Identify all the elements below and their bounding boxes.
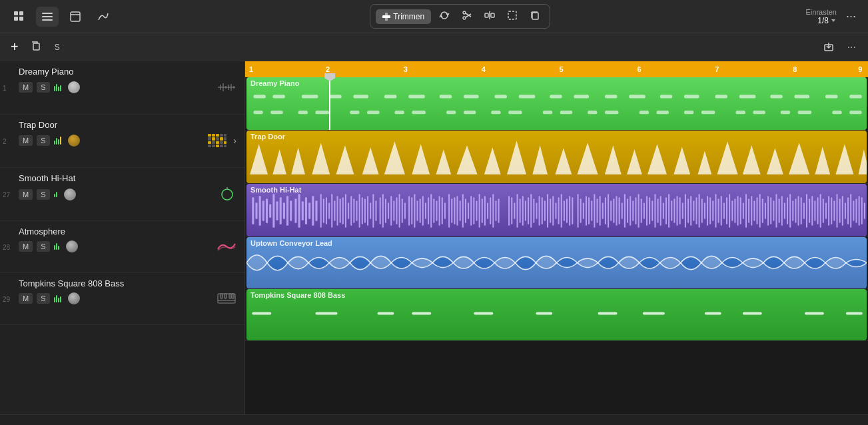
- svg-rect-299: [315, 312, 337, 314]
- clip-smooth-hihat[interactable]: Smooth Hi-Hat: [246, 184, 867, 236]
- track-item-dreamy-piano: 1 Dreamy Piano M S: [0, 61, 244, 115]
- duplicate-button[interactable]: [27, 38, 45, 56]
- track-controls-tompkins: M S: [19, 292, 236, 304]
- volume-knob-tompkins[interactable]: [68, 292, 80, 304]
- svg-rect-307: [743, 312, 762, 314]
- svg-rect-66: [394, 111, 404, 114]
- track-name-trap-door: Trap Door: [19, 120, 236, 130]
- svg-rect-270: [789, 194, 791, 228]
- svg-rect-94: [280, 197, 282, 224]
- canvas-track-atmosphere: Uptown Conveyor Lead: [245, 237, 868, 289]
- top-toolbar: Trimmen: [0, 0, 868, 33]
- mute-button-tompkins[interactable]: M: [19, 293, 33, 304]
- svg-rect-142: [425, 203, 426, 218]
- svg-rect-131: [393, 201, 394, 220]
- svg-rect-47: [519, 95, 536, 98]
- svg-rect-127: [382, 194, 384, 228]
- clip-atmosphere[interactable]: Uptown Conveyor Lead: [246, 237, 867, 288]
- mute-button-trapdoor[interactable]: M: [19, 135, 33, 146]
- solo-button-atmosphere[interactable]: S: [37, 241, 49, 252]
- svg-rect-85: [849, 111, 862, 114]
- expand-arrow-trapdoor[interactable]: ›: [233, 135, 236, 146]
- svg-rect-195: [583, 203, 584, 218]
- import-button[interactable]: [818, 38, 839, 57]
- playhead[interactable]: [329, 77, 330, 130]
- svg-rect-0: [14, 11, 18, 15]
- svg-rect-177: [530, 194, 532, 228]
- svg-rect-186: [555, 203, 556, 218]
- volume-knob-smoothhat[interactable]: [64, 189, 76, 201]
- svg-rect-203: [605, 197, 606, 224]
- svg-rect-155: [462, 194, 464, 228]
- track-icon-trapdoor: [208, 134, 226, 147]
- svg-rect-68: [446, 111, 456, 114]
- svg-rect-2: [14, 17, 18, 21]
- mute-button-atmosphere[interactable]: M: [19, 241, 33, 252]
- svg-rect-58: [825, 95, 838, 98]
- grid-view-button[interactable]: [8, 7, 31, 27]
- mute-button-dreamy[interactable]: M: [19, 82, 33, 93]
- svg-rect-117: [353, 199, 354, 222]
- svg-rect-219: [649, 197, 650, 224]
- main-area: 1 Dreamy Piano M S: [0, 61, 868, 414]
- clip-trap-door[interactable]: Trap Door: [246, 131, 867, 183]
- svg-rect-284: [828, 196, 829, 226]
- svg-rect-181: [542, 197, 543, 224]
- loop-button[interactable]: [435, 7, 454, 25]
- svg-rect-125: [375, 201, 376, 220]
- track-number-28: 28: [3, 243, 10, 250]
- svg-rect-298: [252, 312, 271, 314]
- track-canvas: 1 2 3 4 5 6 7 8 9 Dreamy Piano: [245, 61, 868, 414]
- list-view-button[interactable]: [36, 7, 59, 27]
- svg-rect-236: [695, 197, 697, 224]
- svg-rect-264: [773, 201, 774, 220]
- timeline-ruler[interactable]: 1 2 3 4 5 6 7 8 9: [245, 61, 868, 77]
- svg-rect-223: [660, 196, 661, 226]
- svg-rect-80: [735, 111, 745, 114]
- add-track-button[interactable]: +: [8, 38, 21, 56]
- svg-rect-197: [588, 197, 590, 224]
- svg-rect-138: [414, 194, 415, 228]
- canvas-track-smooth-hihat: Smooth Hi-Hat: [245, 184, 868, 237]
- volume-knob-dreamy[interactable]: [68, 81, 80, 93]
- svg-rect-72: [543, 111, 552, 114]
- copy-clip-button[interactable]: [526, 7, 544, 25]
- solo-button-trapdoor[interactable]: S: [37, 135, 49, 146]
- solo-button-dreamy[interactable]: S: [37, 82, 49, 93]
- svg-rect-86: [252, 197, 254, 224]
- window-button[interactable]: [64, 7, 87, 27]
- svg-rect-158: [470, 196, 472, 226]
- svg-point-11: [463, 11, 466, 14]
- svg-rect-188: [561, 194, 562, 228]
- curve-button[interactable]: [92, 7, 115, 27]
- selection-button[interactable]: [503, 7, 522, 25]
- svg-rect-122: [367, 196, 368, 226]
- ruler-marker-5: 5: [557, 61, 564, 77]
- svg-rect-88: [259, 196, 261, 226]
- svg-rect-137: [411, 197, 412, 224]
- solo-button-smoothhat[interactable]: S: [37, 189, 49, 200]
- scissors-button[interactable]: [458, 7, 476, 25]
- svg-rect-91: [269, 204, 271, 217]
- bottom-scrollbar[interactable]: [0, 414, 868, 425]
- clip-tompkins[interactable]: Tompkins Square 808 Bass: [246, 289, 867, 340]
- svg-rect-291: [847, 197, 849, 224]
- svg-rect-184: [550, 199, 551, 222]
- mute-button-smoothhat[interactable]: M: [19, 189, 33, 200]
- svg-rect-57: [794, 95, 809, 98]
- clip-dreamy-piano[interactable]: Dreamy Piano: [246, 77, 867, 130]
- svg-rect-305: [643, 312, 665, 314]
- solo-button-tompkins[interactable]: S: [37, 293, 49, 304]
- volume-knob-atmosphere[interactable]: [66, 240, 78, 252]
- trim-button[interactable]: Trimmen: [376, 9, 431, 24]
- s-button[interactable]: S: [51, 40, 64, 55]
- track-icon-smoothhat: [218, 187, 236, 202]
- svg-rect-124: [372, 194, 374, 228]
- svg-rect-3: [19, 17, 23, 21]
- split-button[interactable]: [480, 7, 499, 25]
- volume-knob-trapdoor[interactable]: [68, 135, 80, 147]
- second-more-button[interactable]: ···: [843, 39, 860, 56]
- svg-rect-289: [842, 196, 843, 226]
- more-options-button[interactable]: ···: [842, 7, 860, 26]
- svg-rect-17: [491, 13, 494, 17]
